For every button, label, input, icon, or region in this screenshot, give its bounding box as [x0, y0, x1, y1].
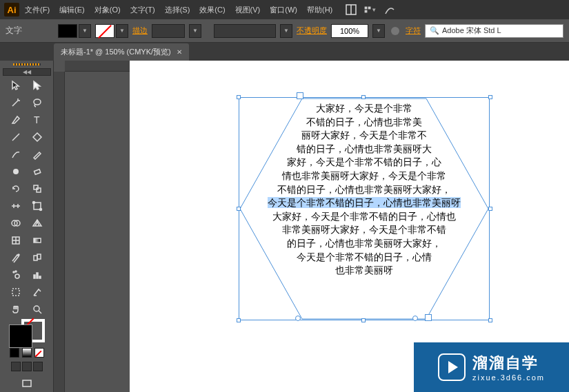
line-tool[interactable] — [6, 129, 26, 145]
toolbox-collapse-button[interactable]: ◀◀ — [3, 68, 51, 76]
toolbox-grip[interactable] — [13, 63, 41, 65]
paintbrush-tool[interactable] — [6, 146, 26, 163]
color-mode-icon[interactable] — [10, 348, 19, 358]
variable-width-input[interactable] — [214, 24, 276, 38]
layout-icon[interactable] — [345, 3, 357, 16]
menu-select[interactable]: 选择(S) — [161, 2, 194, 18]
svg-point-28 — [15, 271, 17, 272]
rectangle-tool[interactable] — [27, 129, 48, 145]
fill-stroke-control[interactable] — [6, 322, 48, 345]
lasso-tool[interactable] — [27, 94, 48, 111]
eyedropper-tool[interactable] — [6, 249, 26, 266]
free-transform-tool[interactable] — [27, 198, 48, 214]
type-tool[interactable]: T — [27, 112, 48, 128]
text-line: 的日子，心情也非常美丽呀大家好， — [287, 237, 441, 251]
symbol-sprayer-tool[interactable] — [6, 267, 26, 283]
menu-edit[interactable]: 编辑(E) — [55, 2, 89, 18]
menu-file[interactable]: 文件(F) — [21, 2, 54, 18]
close-icon[interactable]: ✕ — [177, 48, 182, 56]
svg-rect-30 — [37, 273, 38, 278]
direct-selection-tool[interactable] — [27, 77, 48, 94]
svg-line-35 — [39, 311, 41, 313]
width-tool[interactable] — [6, 198, 26, 214]
hand-tool[interactable] — [6, 301, 26, 318]
document-tab[interactable]: 未标题-1* @ 150% (CMYK/预览) ✕ — [54, 43, 189, 61]
magic-wand-tool[interactable] — [6, 94, 26, 111]
draw-normal-icon[interactable] — [11, 362, 21, 371]
svg-point-34 — [34, 306, 39, 311]
text-line: 非常美丽呀大家好，今天是个非常不错 — [282, 223, 446, 237]
menu-help[interactable]: 帮助(H) — [303, 2, 337, 18]
slice-tool[interactable] — [27, 284, 48, 300]
menu-object[interactable]: 对象(O) — [90, 2, 125, 18]
opacity-link[interactable]: 不透明度 — [297, 25, 327, 36]
menu-effect[interactable]: 效果(C) — [195, 2, 229, 18]
fill-dropdown[interactable]: ▼ — [79, 24, 91, 38]
stroke-link[interactable]: 描边 — [132, 25, 148, 36]
svg-rect-3 — [368, 7, 371, 10]
none-mode-icon[interactable] — [34, 348, 44, 358]
gradient-mode-icon[interactable] — [22, 348, 32, 358]
variable-width-dropdown[interactable]: ▼ — [280, 24, 292, 38]
blend-tool[interactable] — [27, 249, 48, 266]
stroke-weight-input[interactable] — [152, 24, 185, 38]
svg-rect-32 — [12, 289, 19, 296]
recolor-icon[interactable] — [389, 25, 401, 37]
text-line: 大家好，今天是个非常不错的日子，心情也 — [272, 210, 456, 224]
rotate-tool[interactable] — [6, 180, 26, 197]
play-icon — [438, 353, 466, 381]
area-type-text[interactable]: 大家好，今天是个非常不错的日子，心情也非常美丽呀大家好，今天是个非常不错的日子，… — [233, 95, 495, 322]
perspective-tool[interactable] — [27, 215, 48, 231]
selection-tool[interactable] — [6, 77, 26, 94]
blob-brush-tool[interactable] — [6, 163, 26, 180]
control-bar: 文字 ▼ ▼ 描边 ▼ ▼ 不透明度 ▼ 字符 🔍 Adobe 宋体 Std L — [0, 19, 569, 43]
column-graph-tool[interactable] — [27, 267, 48, 283]
app-logo: Ai — [4, 3, 19, 17]
draw-behind-icon[interactable] — [22, 362, 32, 371]
svg-point-23 — [18, 254, 19, 256]
search-icon: 🔍 — [430, 26, 439, 35]
artboard-tool[interactable] — [6, 284, 26, 300]
zoom-tool[interactable] — [27, 301, 48, 318]
pen-tool[interactable] — [6, 112, 26, 128]
svg-rect-29 — [34, 275, 35, 278]
watermark-brand: 溜溜自学 — [472, 353, 545, 373]
brush-panel-icon[interactable] — [383, 3, 396, 16]
app-menu-bar: Ai 文件(F) 编辑(E) 对象(O) 文字(T) 选择(S) 效果(C) 视… — [0, 0, 569, 19]
stroke-dropdown[interactable]: ▼ — [116, 24, 128, 38]
font-family-input[interactable]: 🔍 Adobe 宋体 Std L — [425, 24, 563, 38]
arrange-icon[interactable]: ▼ — [364, 3, 377, 16]
character-link[interactable]: 字符 — [406, 25, 421, 36]
fill-swatch[interactable] — [58, 24, 77, 38]
text-line: 不错的日子，心情也非常美 — [306, 116, 422, 130]
text-line: 今天是个非常不错的日子，心情也非常美丽呀 — [268, 196, 461, 210]
stroke-swatch[interactable] — [95, 24, 114, 38]
pencil-tool[interactable] — [27, 146, 48, 163]
fill-box[interactable] — [9, 324, 32, 348]
svg-rect-2 — [365, 7, 368, 10]
text-line: 大家好，今天是个非常 — [316, 102, 412, 116]
screen-mode-button[interactable] — [17, 375, 37, 392]
stroke-weight-dropdown[interactable]: ▼ — [189, 24, 201, 38]
watermark: 溜溜自学 zixue.3d66.com — [414, 342, 569, 392]
opacity-dropdown[interactable]: ▼ — [372, 24, 385, 38]
menu-window[interactable]: 窗口(W) — [266, 2, 301, 18]
svg-point-16 — [40, 208, 42, 210]
shape-builder-tool[interactable] — [6, 215, 26, 231]
menu-type[interactable]: 文字(T) — [126, 2, 159, 18]
opacity-input[interactable] — [331, 24, 368, 38]
scale-tool[interactable] — [27, 180, 48, 197]
svg-text:T: T — [34, 114, 40, 125]
draw-inside-icon[interactable] — [33, 362, 43, 371]
svg-rect-36 — [23, 380, 31, 386]
area-type-object[interactable]: 大家好，今天是个非常不错的日子，心情也非常美丽呀大家好，今天是个非常不错的日子，… — [233, 95, 495, 322]
canvas[interactable]: 大家好，今天是个非常不错的日子，心情也非常美丽呀大家好，今天是个非常不错的日子，… — [54, 61, 569, 392]
svg-rect-4 — [365, 10, 368, 13]
eraser-tool[interactable] — [27, 163, 48, 180]
mesh-tool[interactable] — [6, 232, 26, 249]
gradient-tool[interactable] — [27, 232, 48, 249]
ruler-vertical[interactable] — [54, 72, 65, 392]
text-line: 丽呀大家好，今天是个非常不 — [301, 129, 427, 143]
menu-view[interactable]: 视图(V) — [231, 2, 265, 18]
svg-point-27 — [13, 271, 14, 273]
